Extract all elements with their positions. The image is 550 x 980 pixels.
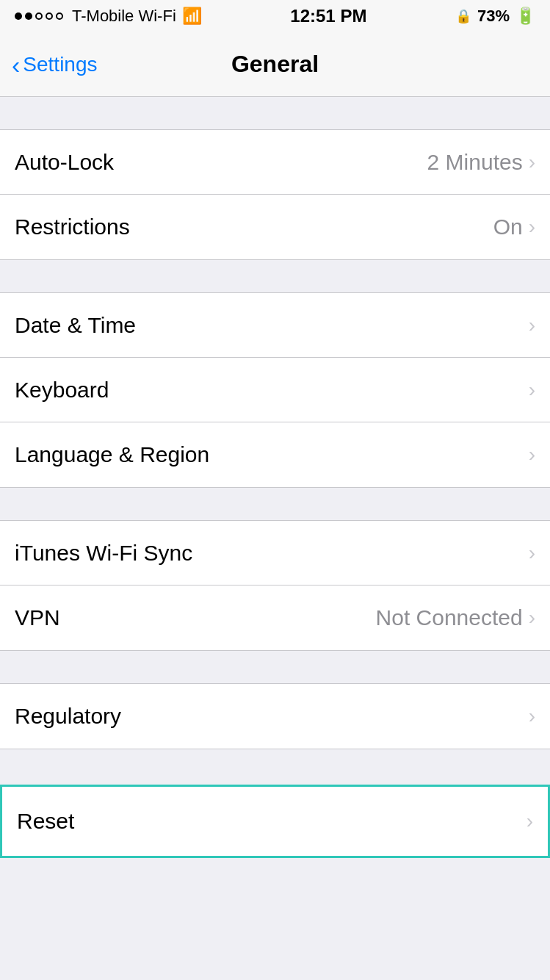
regulatory-label: Regulatory [15,704,121,729]
date-time-chevron-icon: › [529,315,535,336]
restrictions-label: Restrictions [15,215,130,239]
spacer-top [0,97,550,129]
status-left: T-Mobile Wi-Fi 📶 [15,7,202,26]
vpn-value: Not Connected [376,605,523,630]
vpn-right: Not Connected › [376,605,535,630]
spacer-2 [0,260,550,292]
signal-dots [15,12,63,20]
keyboard-label: Keyboard [15,378,109,403]
date-time-label: Date & Time [15,313,136,338]
battery-icon: 🔋 [515,7,535,26]
battery-percent: 73% [477,7,510,26]
auto-lock-value: 2 Minutes [427,150,523,175]
signal-dot-1 [15,12,22,20]
restrictions-chevron-icon: › [529,217,535,237]
nav-bar: ‹ Settings General [0,32,550,97]
back-button[interactable]: ‹ Settings [12,52,98,77]
back-chevron-icon: ‹ [12,52,20,77]
reset-row[interactable]: Reset › [0,785,550,858]
reset-chevron-icon: › [527,811,533,832]
itunes-wifi-sync-row[interactable]: iTunes Wi-Fi Sync › [0,521,550,586]
regulatory-right: › [529,706,535,727]
spacer-3 [0,488,550,520]
settings-group-1: Auto-Lock 2 Minutes › Restrictions On › [0,129,550,260]
date-time-row[interactable]: Date & Time › [0,293,550,358]
spacer-5 [0,749,550,782]
itunes-wifi-sync-chevron-icon: › [529,543,535,563]
language-region-row[interactable]: Language & Region › [0,422,550,487]
settings-group-4: Regulatory › [0,683,550,749]
auto-lock-label: Auto-Lock [15,150,114,175]
auto-lock-row[interactable]: Auto-Lock 2 Minutes › [0,130,550,195]
back-button-label: Settings [23,53,97,76]
itunes-wifi-sync-label: iTunes Wi-Fi Sync [15,541,192,566]
itunes-wifi-sync-right: › [529,543,535,563]
status-time: 12:51 PM [290,6,366,26]
reset-label: Reset [17,809,74,834]
auto-lock-right: 2 Minutes › [427,150,535,175]
signal-dot-5 [56,12,63,20]
vpn-row[interactable]: VPN Not Connected › [0,586,550,650]
settings-group-3: iTunes Wi-Fi Sync › VPN Not Connected › [0,520,550,651]
language-region-label: Language & Region [15,442,209,467]
lock-icon: 🔒 [455,8,471,24]
vpn-chevron-icon: › [529,608,535,628]
keyboard-row[interactable]: Keyboard › [0,358,550,422]
regulatory-row[interactable]: Regulatory › [0,684,550,749]
status-bar: T-Mobile Wi-Fi 📶 12:51 PM 🔒 73% 🔋 [0,0,550,32]
language-region-chevron-icon: › [529,444,535,465]
page-title: General [231,51,319,78]
restrictions-row[interactable]: Restrictions On › [0,195,550,259]
regulatory-chevron-icon: › [529,706,535,727]
keyboard-right: › [529,380,535,400]
signal-dot-2 [25,12,32,20]
settings-group-2: Date & Time › Keyboard › Language & Regi… [0,292,550,488]
carrier-text: T-Mobile Wi-Fi [72,7,176,26]
date-time-right: › [529,315,535,336]
restrictions-right: On › [493,215,535,239]
restrictions-value: On [493,215,523,239]
signal-dot-3 [35,12,43,20]
reset-right: › [527,811,533,832]
vpn-label: VPN [15,605,60,630]
keyboard-chevron-icon: › [529,380,535,400]
status-right: 🔒 73% 🔋 [455,7,535,26]
signal-dot-4 [46,12,53,20]
language-region-right: › [529,444,535,465]
spacer-4 [0,651,550,683]
auto-lock-chevron-icon: › [529,152,535,173]
wifi-icon: 📶 [182,7,202,26]
